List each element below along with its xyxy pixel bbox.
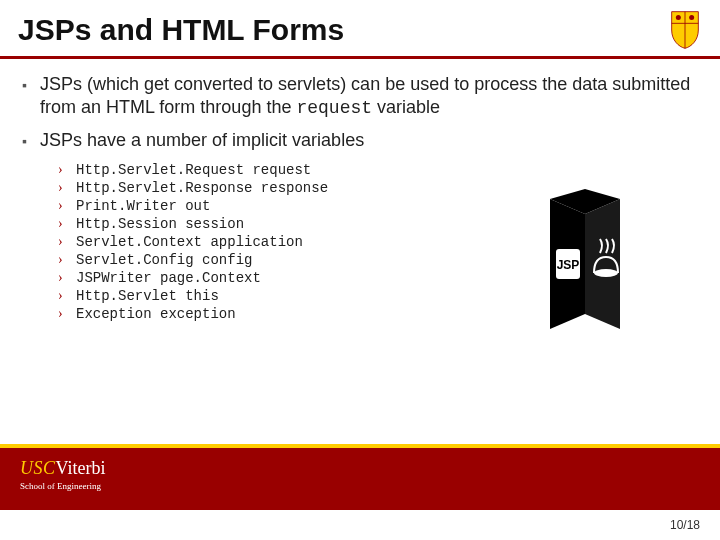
code-text: JSPWriter page.Context (76, 270, 261, 286)
jsp-logo-icon: JSP (510, 189, 660, 339)
list-item: ›Http.Servlet.Request request (58, 162, 698, 178)
svg-point-0 (676, 15, 681, 20)
university-shield-icon (668, 10, 702, 50)
logo-school: School of Engineering (20, 481, 105, 491)
code-text: Servlet.Config config (76, 252, 252, 268)
slide-body: ▪ JSPs (which get converted to servlets)… (0, 59, 720, 322)
bullet-level1: ▪ JSPs (which get converted to servlets)… (22, 73, 698, 119)
bullet-text-post: variable (372, 97, 440, 117)
slide-title: JSPs and HTML Forms (18, 13, 344, 47)
footer-band: USCViterbi School of Engineering (0, 448, 720, 510)
svg-point-1 (689, 15, 694, 20)
chevron-icon: › (58, 162, 76, 178)
slide-header: JSPs and HTML Forms (0, 0, 720, 56)
logo-viterbi: Viterbi (56, 458, 106, 478)
page-number: 10/18 (670, 518, 700, 532)
bullet-text: JSPs (which get converted to servlets) c… (40, 73, 698, 119)
chevron-icon: › (58, 216, 76, 232)
bullet-marker: ▪ (22, 129, 40, 152)
chevron-icon: › (58, 252, 76, 268)
code-text: Http.Session session (76, 216, 244, 232)
code-text: Http.Servlet this (76, 288, 219, 304)
bullet-marker: ▪ (22, 73, 40, 119)
code-text: Servlet.Context application (76, 234, 303, 250)
chevron-icon: › (58, 306, 76, 322)
code-text: Exception exception (76, 306, 236, 322)
logo-usc: USC (20, 458, 56, 478)
chevron-icon: › (58, 234, 76, 250)
bullet-text-pre: JSPs have a number of implicit variables (40, 130, 364, 150)
chevron-icon: › (58, 198, 76, 214)
chevron-icon: › (58, 180, 76, 196)
code-text: Http.Servlet.Request request (76, 162, 311, 178)
code-text: Http.Servlet.Response response (76, 180, 328, 196)
usc-viterbi-logo: USCViterbi School of Engineering (20, 458, 105, 491)
svg-point-3 (594, 269, 618, 277)
bullet-level1: ▪ JSPs have a number of implicit variabl… (22, 129, 698, 152)
chevron-icon: › (58, 288, 76, 304)
jsp-label: JSP (557, 258, 580, 272)
bullet-text-code: request (296, 98, 372, 118)
chevron-icon: › (58, 270, 76, 286)
bullet-text: JSPs have a number of implicit variables (40, 129, 698, 152)
code-text: Print.Writer out (76, 198, 210, 214)
